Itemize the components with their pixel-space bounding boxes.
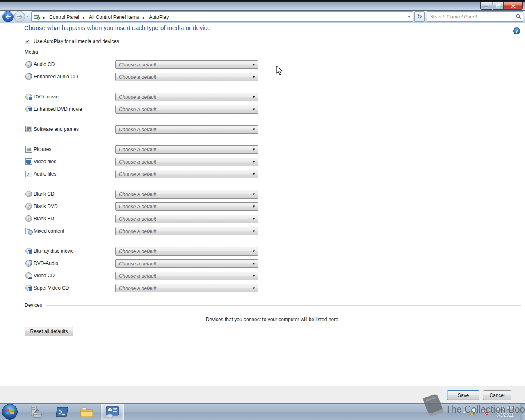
dropdown-selected-value: Choose a default xyxy=(116,127,250,132)
pictures-icon xyxy=(25,146,32,153)
audio-cd-icon xyxy=(25,61,32,68)
breadcrumb-separator-icon: ▶ xyxy=(40,16,48,20)
taskbar-clock[interactable]: 9:43 AM 3/3/2011 xyxy=(491,406,519,419)
media-row: DVD movie Choose a default ▼ xyxy=(0,93,525,102)
window-controls xyxy=(480,2,523,10)
breadcrumb-item[interactable]: Control Panel xyxy=(48,13,80,21)
dropdown-selected-value: Choose a default xyxy=(116,228,250,234)
media-row: Software and games Choose a default ▼ xyxy=(0,125,525,134)
pictures-default-dropdown[interactable]: Choose a default ▼ xyxy=(115,145,258,154)
restore-button[interactable] xyxy=(493,2,504,10)
blank-bd-default-dropdown[interactable]: Choose a default ▼ xyxy=(115,215,258,223)
search-input[interactable] xyxy=(427,14,514,20)
address-bar[interactable]: ▶Control Panel▶All Control Panel Items▶A… xyxy=(31,11,413,22)
search-box xyxy=(427,11,523,22)
blank-cd-default-dropdown[interactable]: Choose a default ▼ xyxy=(115,190,258,199)
breadcrumb-separator-icon: ▶ xyxy=(140,16,148,20)
show-hidden-icons-button[interactable]: ▲ xyxy=(460,410,468,414)
clock-time: 9:43 AM xyxy=(491,406,519,412)
super-video-cd-icon xyxy=(25,285,32,291)
dvd-movie-default-dropdown[interactable]: Choose a default ▼ xyxy=(115,93,258,101)
media-row: Audio CD Choose a default ▼ xyxy=(0,60,525,69)
media-row: Super Video CD Choose a default ▼ xyxy=(0,284,525,293)
dropdown-selected-value: Choose a default xyxy=(116,94,250,100)
dropdown-selected-value: Choose a default xyxy=(116,62,250,68)
use-autoplay-label: Use AutoPlay for all media and devices xyxy=(34,39,119,44)
close-icon xyxy=(511,4,516,8)
reset-all-defaults-button[interactable]: Reset all defaults xyxy=(25,327,73,336)
mixed-content-icon xyxy=(25,228,32,234)
address-dropdown-button[interactable]: ▾ xyxy=(405,12,413,21)
dropdown-arrow-icon: ▼ xyxy=(250,172,258,176)
show-desktop-button[interactable] xyxy=(520,404,525,420)
save-button[interactable]: Save xyxy=(447,390,479,400)
dropdown-selected-value: Choose a default xyxy=(116,159,250,165)
dropdown-selected-value: Choose a default xyxy=(116,74,250,80)
devices-section-label: Devices xyxy=(25,302,42,308)
blank-dvd-default-dropdown[interactable]: Choose a default ▼ xyxy=(115,202,258,211)
taskbar-powershell-button[interactable] xyxy=(52,404,71,420)
media-item-label: Blank BD xyxy=(34,216,54,221)
blu-ray-disc-movie-icon xyxy=(25,248,32,254)
media-item-label: Enhanced audio CD xyxy=(34,74,78,80)
use-autoplay-row[interactable]: ✔ Use AutoPlay for all media and devices xyxy=(25,39,119,44)
dropdown-arrow-icon: ▼ xyxy=(250,249,258,253)
taskbar-explorer-button[interactable] xyxy=(77,404,97,420)
search-icon[interactable] xyxy=(514,14,523,19)
breadcrumb-item[interactable]: AutoPlay xyxy=(148,13,169,21)
page-title: Choose what happens when you insert each… xyxy=(24,24,210,31)
clock-date: 3/3/2011 xyxy=(491,412,519,419)
audio-files-default-dropdown[interactable]: Choose a default ▼ xyxy=(115,170,258,178)
video-files-default-dropdown[interactable]: Choose a default ▼ xyxy=(115,158,258,166)
minimize-icon xyxy=(484,4,488,8)
video-files-icon xyxy=(25,158,32,165)
use-autoplay-checkbox[interactable]: ✔ xyxy=(25,39,30,44)
back-button[interactable] xyxy=(2,11,14,22)
volume-muted-icon[interactable] xyxy=(479,409,491,415)
enhanced-audio-cd-default-dropdown[interactable]: Choose a default ▼ xyxy=(115,73,258,81)
mixed-content-default-dropdown[interactable]: Choose a default ▼ xyxy=(115,227,258,235)
breadcrumb-item[interactable]: All Control Panel Items xyxy=(88,13,140,21)
super-video-cd-default-dropdown[interactable]: Choose a default ▼ xyxy=(115,284,258,292)
window-titlebar[interactable] xyxy=(0,2,525,11)
powershell-icon xyxy=(55,406,68,418)
media-item-label: Blank DVD xyxy=(34,203,58,209)
windows-logo-icon xyxy=(5,408,14,416)
minimize-button[interactable] xyxy=(480,2,492,10)
media-section-label: Media xyxy=(25,49,38,55)
dropdown-arrow-icon: ▼ xyxy=(250,192,258,196)
audio-cd-default-dropdown[interactable]: Choose a default ▼ xyxy=(115,60,258,69)
control-panel-page-icon xyxy=(34,14,40,20)
media-row: Blank CD Choose a default ▼ xyxy=(0,190,525,199)
enhanced-dvd-movie-default-dropdown[interactable]: Choose a default ▼ xyxy=(115,105,258,114)
back-arrow-icon xyxy=(5,14,11,19)
media-row: Blu-ray disc movie Choose a default ▼ xyxy=(0,247,525,256)
taskbar-control-panel-button[interactable] xyxy=(101,404,124,420)
start-button[interactable] xyxy=(2,404,18,420)
dropdown-arrow-icon: ▼ xyxy=(250,160,258,164)
refresh-button[interactable]: ↻ xyxy=(414,11,425,22)
dropdown-arrow-icon: ▼ xyxy=(250,95,258,99)
software-and-games-default-dropdown[interactable]: Choose a default ▼ xyxy=(115,125,258,134)
media-item-label: Video files xyxy=(34,159,56,164)
dvd-audio-default-dropdown[interactable]: Choose a default ▼ xyxy=(115,259,258,268)
recent-pages-dropdown[interactable]: ▾ xyxy=(26,14,28,18)
media-row: Blank BD Choose a default ▼ xyxy=(0,215,525,224)
dropdown-arrow-icon: ▼ xyxy=(250,217,258,221)
autoplay-settings-panel: ? Choose what happens when you insert ea… xyxy=(0,23,525,386)
forward-button[interactable] xyxy=(14,11,25,22)
cancel-button[interactable]: Cancel xyxy=(483,390,511,400)
media-item-label: Audio files xyxy=(34,171,56,177)
taskbar-system-tools-button[interactable] xyxy=(26,404,46,420)
close-button[interactable] xyxy=(504,2,523,10)
media-row: Pictures Choose a default ▼ xyxy=(0,145,525,154)
video-cd-default-dropdown[interactable]: Choose a default ▼ xyxy=(115,272,258,280)
media-item-label: Video CD xyxy=(34,273,55,278)
network-status-icon[interactable] xyxy=(468,409,479,415)
blank-cd-icon xyxy=(25,191,32,197)
help-icon[interactable]: ? xyxy=(513,27,520,34)
media-item-label: Audio CD xyxy=(34,62,55,67)
blu-ray-disc-movie-default-dropdown[interactable]: Choose a default ▼ xyxy=(115,247,258,256)
dropdown-selected-value: Choose a default xyxy=(116,216,250,222)
media-item-label: Super Video CD xyxy=(34,285,69,291)
